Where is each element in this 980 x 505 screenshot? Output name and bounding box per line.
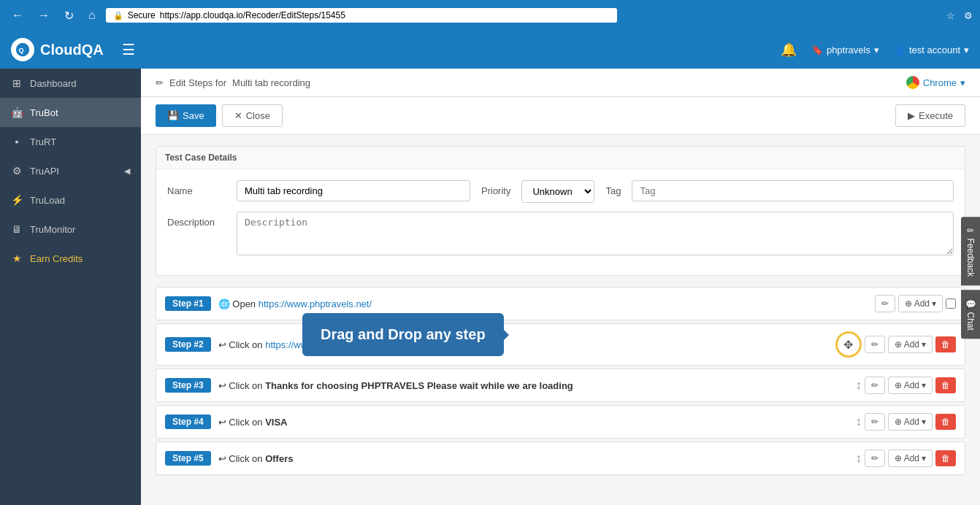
forward-button[interactable]: → [34, 7, 54, 23]
step4-drag-icon[interactable]: ↕ [856, 415, 862, 428]
project-name: phptravels [827, 45, 870, 55]
step3-add-icon: ⊕ [895, 380, 902, 390]
description-label: Description [167, 212, 226, 228]
priority-label: Priority [481, 180, 510, 196]
sidebar-item-trumonitor[interactable]: 🖥 TruMonitor [0, 215, 141, 244]
sidebar-item-trurt[interactable]: ▪ TruRT [0, 127, 141, 156]
step4-add-label: Add [904, 417, 919, 427]
step4-add-icon: ⊕ [895, 417, 902, 427]
close-button[interactable]: ✕ Close [222, 104, 283, 127]
chrome-badge[interactable]: Chrome ▾ [906, 76, 965, 89]
step2-add-label: Add [904, 339, 919, 350]
trumonitor-icon: 🖥 [11, 223, 23, 235]
truapi-arrow-icon: ◀ [124, 166, 130, 176]
step-row-5: Step #5 ↩ Click on Offers ↕ ✏ ⊕ Add ▾ 🗑 [156, 442, 965, 475]
sidebar-item-truload[interactable]: ⚡ TruLoad [0, 185, 141, 215]
step1-edit-button[interactable]: ✏ [875, 295, 895, 312]
sidebar-item-earn-credits[interactable]: ★ Earn Credits [0, 244, 141, 273]
url-text: https://app.cloudqa.io/Recoder/EditSteps… [160, 10, 345, 20]
description-row: Description [167, 212, 954, 255]
header-project[interactable]: 🔖 phptravels ▾ [811, 45, 879, 55]
main-layout: ⊞ Dashboard 🤖 TruBot ▪ TruRT ⚙ TruAPI ◀ … [0, 69, 980, 505]
save-button[interactable]: 💾 Save [156, 104, 216, 127]
step-row-4: Step #4 ↩ Click on VISA ↕ ✏ ⊕ Add ▾ 🗑 [156, 405, 965, 439]
step5-add-chevron: ▾ [922, 453, 926, 463]
tag-input[interactable] [632, 180, 954, 201]
step5-add-button[interactable]: ⊕ Add ▾ [888, 450, 933, 467]
step3-edit-button[interactable]: ✏ [865, 377, 885, 394]
step4-delete-button[interactable]: 🗑 [935, 414, 956, 430]
hamburger-icon[interactable]: ☰ [122, 41, 135, 58]
execute-icon: ▶ [908, 110, 915, 121]
step2-add-icon: ⊕ [895, 339, 902, 350]
save-icon: 💾 [167, 110, 179, 121]
step3-add-chevron: ▾ [922, 380, 926, 390]
step3-target: Thanks for choosing PHPTRAVELS Please wa… [265, 380, 573, 391]
step5-edit-button[interactable]: ✏ [865, 450, 885, 467]
sidebar-item-truapi[interactable]: ⚙ TruAPI ◀ [0, 156, 141, 185]
step2-actions: ✥ ✏ ⊕ Add ▾ 🗑 [835, 331, 956, 358]
step2-drag-handle[interactable]: ✥ [835, 331, 862, 358]
chrome-label: Chrome [923, 77, 957, 88]
back-button[interactable]: ← [7, 7, 28, 23]
bell-icon[interactable]: 🔔 [781, 42, 797, 58]
step-row-1: Step #1 🌐 Open https://www.phptravels.ne… [156, 287, 965, 320]
logo: Q CloudQA [11, 38, 104, 61]
sidebar-item-trubot[interactable]: 🤖 TruBot [0, 98, 141, 127]
step-row-3: Step #3 ↩ Click on Thanks for choosing P… [156, 369, 965, 402]
step4-add-chevron: ▾ [922, 417, 926, 427]
step2-delete-button[interactable]: 🗑 [935, 336, 956, 352]
step5-delete-button[interactable]: 🗑 [935, 450, 956, 466]
steps-section: Step #1 🌐 Open https://www.phptravels.ne… [156, 287, 965, 478]
step1-add-label: Add [914, 298, 930, 309]
priority-select[interactable]: Unknown Low Medium High Critical [521, 180, 594, 203]
extensions-icon[interactable]: ⚙ [964, 10, 973, 21]
sidebar-item-label: TruBot [30, 107, 58, 118]
bookmark-header-icon: 🔖 [811, 45, 823, 55]
step-row-2: Step #2 ↩ Click on https://www.phptrave.… [156, 323, 965, 366]
execute-button[interactable]: ▶ Execute [895, 104, 965, 127]
browser-bar: ← → ↻ ⌂ 🔒 Secure https://app.cloudqa.io/… [0, 0, 980, 31]
step5-actions: ↕ ✏ ⊕ Add ▾ 🗑 [856, 450, 956, 467]
url-bar[interactable]: 🔒 Secure https://app.cloudqa.io/Recoder/… [106, 8, 617, 23]
feedback-button-2[interactable]: 💬 Chat [961, 290, 980, 339]
step3-delete-button[interactable]: 🗑 [935, 377, 956, 393]
header-user[interactable]: 👤 test account ▾ [894, 45, 969, 55]
form-section: Test Case Details Name Priority Unknown … [156, 146, 965, 276]
main-content: ✏ Edit Steps for Multi tab recording Chr… [141, 69, 980, 505]
step3-add-button[interactable]: ⊕ Add ▾ [888, 377, 933, 394]
step2-text: ↩ Click on https://www.phptrave... [218, 339, 828, 350]
step2-edit-button[interactable]: ✏ [865, 336, 885, 353]
step1-add-chevron: ▾ [932, 298, 936, 309]
sidebar-item-label: Earn Credits [30, 253, 83, 264]
secure-label: Secure [128, 10, 156, 20]
svg-text:Q: Q [19, 47, 24, 54]
form-section-title: Test Case Details [156, 147, 965, 169]
bookmark-icon[interactable]: ☆ [946, 10, 955, 21]
step4-edit-button[interactable]: ✏ [865, 413, 885, 431]
step1-action: 🌐 Open [218, 298, 259, 309]
step1-badge: Step #1 [165, 296, 211, 311]
step4-add-button[interactable]: ⊕ Add ▾ [888, 413, 933, 431]
description-input[interactable] [237, 212, 954, 255]
sidebar: ⊞ Dashboard 🤖 TruBot ▪ TruRT ⚙ TruAPI ◀ … [0, 69, 141, 505]
step5-drag-icon[interactable]: ↕ [856, 452, 862, 465]
step4-text: ↩ Click on VISA [218, 417, 849, 428]
step5-add-label: Add [904, 453, 919, 463]
step1-add-button[interactable]: ⊕ Add ▾ [898, 295, 943, 312]
step2-badge: Step #2 [165, 337, 211, 352]
sidebar-item-label: Dashboard [30, 78, 77, 89]
user-chevron: ▾ [964, 45, 969, 55]
step3-add-label: Add [904, 380, 919, 390]
dashboard-icon: ⊞ [11, 77, 23, 89]
step2-add-button[interactable]: ⊕ Add ▾ [888, 336, 933, 353]
refresh-button[interactable]: ↻ [60, 7, 78, 24]
trubot-icon: 🤖 [11, 107, 23, 118]
step1-checkbox[interactable] [946, 298, 956, 309]
sidebar-item-dashboard[interactable]: ⊞ Dashboard [0, 69, 141, 98]
step1-add-icon: ⊕ [905, 298, 912, 309]
name-input[interactable] [237, 180, 470, 201]
feedback-button-1[interactable]: ✏ Feedback [961, 217, 980, 285]
step3-drag-icon[interactable]: ↕ [856, 379, 862, 392]
home-button[interactable]: ⌂ [84, 7, 100, 23]
